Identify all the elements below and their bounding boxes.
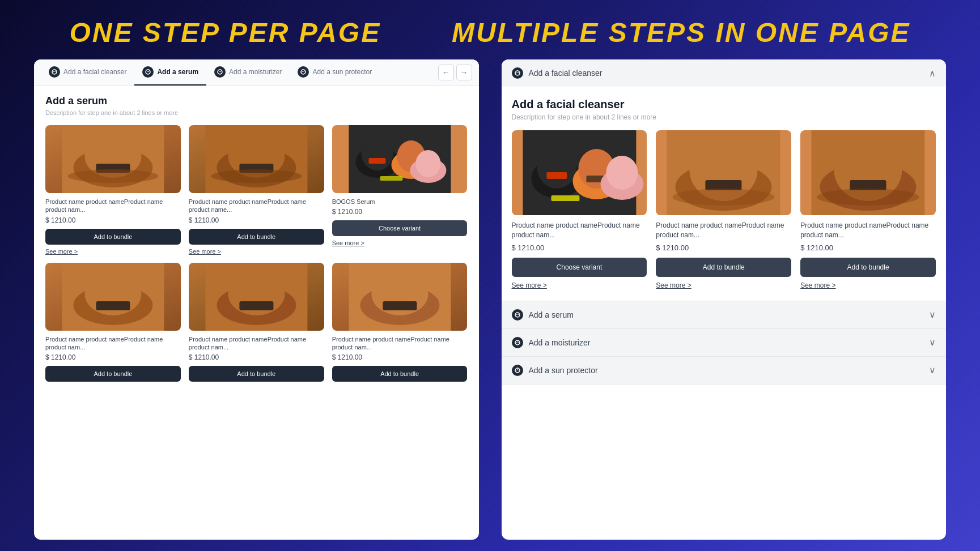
left-add-bundle-button-5[interactable]: Add to bundle <box>332 366 468 382</box>
accordion-moisturizer-label: Add a moisturizer <box>529 338 924 347</box>
left-step-desc: Description for step one in about 2 line… <box>45 109 468 116</box>
right-choose-variant-button-0[interactable]: Choose variant <box>512 258 647 277</box>
accordion-sun-protector: Add a sun protector ∨ <box>502 357 947 385</box>
left-product-name-4: Product name product nameProduct name pr… <box>189 335 324 352</box>
right-see-more-2[interactable]: See more > <box>800 281 936 289</box>
svg-point-44 <box>606 156 638 190</box>
tab-moisturizer[interactable]: Add a moisturizer <box>206 59 290 86</box>
accordion-moisturizer-chevron: ∨ <box>929 337 936 348</box>
accordion-serum-label: Add a serum <box>529 310 924 319</box>
svg-rect-30 <box>239 301 273 310</box>
svg-point-38 <box>537 146 576 189</box>
svg-rect-26 <box>96 301 130 310</box>
accordion-sun-protector-header[interactable]: Add a sun protector ∨ <box>502 357 947 384</box>
svg-point-8 <box>67 169 158 183</box>
right-panel-title: Multiple Steps In One Page <box>452 17 911 48</box>
left-product-name-1: Product name product nameProduct name pr… <box>189 198 324 214</box>
accordion-facial-cleanser-label: Add a facial cleanser <box>529 69 924 78</box>
svg-point-2 <box>218 70 222 74</box>
left-product-price-4: $ 1210.00 <box>189 353 324 361</box>
right-product-name-0: Product name product nameProduct name pr… <box>512 221 647 240</box>
left-product-image-4 <box>189 263 324 331</box>
tab-moisturizer-label: Add a moisturizer <box>229 68 282 76</box>
accordion-moisturizer-header[interactable]: Add a moisturizer ∨ <box>502 329 947 356</box>
left-products-grid: Product name product nameProduct name pr… <box>45 125 468 385</box>
svg-point-56 <box>515 313 520 317</box>
svg-rect-17 <box>368 158 385 164</box>
tab-sun-protector-label: Add a sun protector <box>312 68 372 76</box>
left-product-name-0: Product name product nameProduct name pr… <box>45 198 181 214</box>
tab-facial-cleanser[interactable]: Add a facial cleanser <box>41 59 134 86</box>
left-product-price-1: $ 1210.00 <box>189 216 324 224</box>
left-see-more-2[interactable]: See more > <box>332 240 468 246</box>
tab-sun-protector-icon <box>298 66 309 78</box>
left-product-image-5 <box>332 263 468 331</box>
tab-serum-label: Add a serum <box>157 68 198 76</box>
svg-point-13 <box>211 169 302 183</box>
nav-prev-button[interactable]: ← <box>438 65 454 80</box>
main-content: Add a facial cleanser Add a serum <box>0 59 980 551</box>
accordion-serum-chevron: ∨ <box>929 309 936 320</box>
left-product-image-3 <box>45 263 181 331</box>
accordion-sun-protector-icon <box>512 365 523 376</box>
right-see-more-0[interactable]: See more > <box>512 281 647 289</box>
left-product-image-2 <box>332 125 468 193</box>
svg-point-1 <box>146 70 150 74</box>
accordion-serum-icon <box>512 309 523 321</box>
right-product-price-0: $ 1210.00 <box>512 244 647 252</box>
tab-facial-cleanser-label: Add a facial cleanser <box>63 68 126 76</box>
right-product-image-0 <box>512 130 647 215</box>
nav-arrows: ← → <box>438 65 472 80</box>
accordion-serum: Add a serum ∨ <box>502 301 947 329</box>
left-product-name-2: BOGOS Serum <box>332 198 468 206</box>
left-product-card-3: Product name product nameProduct name pr… <box>45 263 181 386</box>
accordion-facial-cleanser-icon <box>512 67 523 79</box>
left-choose-variant-button-2[interactable]: Choose variant <box>332 220 468 236</box>
right-product-price-1: $ 1210.00 <box>656 244 791 252</box>
left-add-bundle-button-4[interactable]: Add to bundle <box>189 366 324 382</box>
nav-next-button[interactable]: → <box>456 65 472 80</box>
left-see-more-0[interactable]: See more > <box>45 248 181 255</box>
svg-rect-45 <box>551 195 579 201</box>
tab-serum-icon <box>142 66 154 78</box>
right-add-bundle-button-1[interactable]: Add to bundle <box>656 258 791 277</box>
tab-serum[interactable]: Add a serum <box>134 59 206 86</box>
accordion-moisturizer-icon <box>512 337 523 348</box>
tabs-bar: Add a facial cleanser Add a serum <box>34 59 479 86</box>
accordion-facial-cleanser: Add a facial cleanser ∧ Add a facial cle… <box>502 59 947 301</box>
accordion-facial-cleanser-body: Add a facial cleanser Description for st… <box>502 87 947 301</box>
left-product-name-5: Product name product nameProduct name pr… <box>332 335 468 352</box>
left-see-more-1[interactable]: See more > <box>189 248 324 255</box>
svg-point-35 <box>515 71 520 75</box>
tab-moisturizer-icon <box>214 66 226 78</box>
left-add-bundle-button-0[interactable]: Add to bundle <box>45 229 181 245</box>
right-product-name-2: Product name product nameProduct name pr… <box>800 221 936 240</box>
tab-sun-protector[interactable]: Add a sun protector <box>290 59 380 86</box>
svg-point-16 <box>361 136 393 170</box>
accordion-facial-cleanser-header[interactable]: Add a facial cleanser ∧ <box>502 59 947 87</box>
right-step-desc: Description for step one in about 2 line… <box>512 113 936 121</box>
left-product-card-1: Product name product nameProduct name pr… <box>189 125 324 255</box>
svg-point-21 <box>415 150 440 177</box>
svg-point-3 <box>301 70 306 74</box>
accordion-serum-header[interactable]: Add a serum ∨ <box>502 301 947 328</box>
right-see-more-1[interactable]: See more > <box>656 281 791 289</box>
left-add-bundle-button-3[interactable]: Add to bundle <box>45 366 181 382</box>
svg-point-0 <box>52 70 57 74</box>
svg-rect-34 <box>383 301 417 310</box>
right-step-title: Add a facial cleanser <box>512 98 936 111</box>
left-panel-body: Add a serum Description for step one in … <box>34 86 479 394</box>
svg-rect-39 <box>546 172 567 179</box>
tab-facial-cleanser-icon <box>49 66 60 78</box>
right-products-grid: Product name product nameProduct name pr… <box>512 130 936 289</box>
left-product-card-2: BOGOS Serum $ 1210.00 Choose variant See… <box>332 125 468 255</box>
svg-point-55 <box>817 189 919 206</box>
left-product-price-2: $ 1210.00 <box>332 208 468 216</box>
left-product-image-0 <box>45 125 181 193</box>
right-add-bundle-button-2[interactable]: Add to bundle <box>800 258 936 277</box>
left-add-bundle-button-1[interactable]: Add to bundle <box>189 229 324 245</box>
left-step-title: Add a serum <box>45 95 468 107</box>
svg-point-58 <box>515 368 520 373</box>
left-product-price-3: $ 1210.00 <box>45 353 181 361</box>
left-panel-title: One Step Per Page <box>69 17 381 48</box>
